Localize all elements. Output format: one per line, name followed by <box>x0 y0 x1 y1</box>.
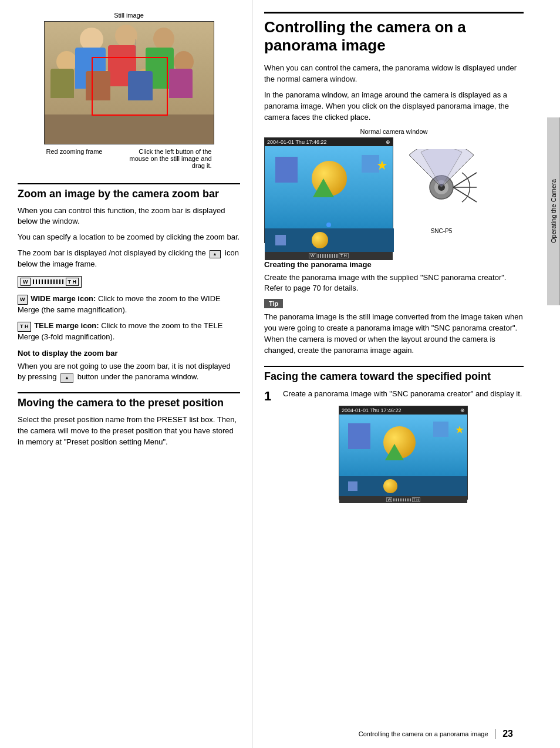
wide-label: W <box>21 278 31 286</box>
normal-camera-label: Normal camera window <box>264 128 524 135</box>
tick-11 <box>62 279 63 284</box>
step-1-row: 1 Create a panorama image with "SNC pano… <box>264 389 524 500</box>
camera-pano-stack: 2004-01-01 Thu 17:46:22 ⊕ <box>264 137 393 251</box>
step1-zoombar: W T H <box>339 496 467 503</box>
wide-desc-p: W WIDE marge icon: Click to move the zoo… <box>18 294 240 316</box>
zoom-section-heading: Zoom an image by the camera zoom bar <box>18 183 240 201</box>
tick-6 <box>48 279 49 284</box>
cam-yellow-star: ★ <box>376 158 388 173</box>
creating-section: Creating the panorama image Create the p… <box>264 260 524 356</box>
wide-icon: W <box>18 295 28 305</box>
zoom-bar-bottom: W T H <box>265 252 393 260</box>
zoom-ticks <box>33 279 63 284</box>
tele-label: T H <box>66 278 79 286</box>
preset-p1: Select the preset position name from the… <box>18 415 240 448</box>
step1-header: 2004-01-01 Thu 17:46:22 ⊕ <box>339 406 467 415</box>
cam-win-body: ★ <box>265 146 393 228</box>
s1-star: ★ <box>455 423 464 436</box>
children-scene <box>45 22 214 144</box>
zoom-toggle-btn[interactable]: ▲ <box>60 373 73 383</box>
facing-section: Facing the camera toward the specified p… <box>264 366 524 500</box>
cam-controls: ⊕ <box>386 139 390 145</box>
normal-camera-win: 2004-01-01 Thu 17:46:22 ⊕ <box>264 137 393 243</box>
zb-wide: W <box>309 253 316 258</box>
zoom-p3: The zoom bar is displayed /not displayed… <box>18 248 240 270</box>
s1-blue-sq2 <box>433 422 448 437</box>
pano-square <box>275 235 286 245</box>
camera-window-section: Normal camera window 2004-01-01 Thu 17:4… <box>264 128 524 251</box>
intro-p2: In the panorama window, an image around … <box>264 90 524 123</box>
cam-win-header: 2004-01-01 Thu 17:46:22 ⊕ <box>265 138 393 146</box>
footer-text: Controlling the camera on a panorama ima… <box>359 730 488 737</box>
footer-right: Controlling the camera on a panorama ima… <box>359 727 537 740</box>
panorama-sub <box>265 228 394 252</box>
creating-heading: Creating the panorama image <box>264 260 524 269</box>
not-display-text2: button under the panorama window. <box>77 372 199 381</box>
tick-7 <box>50 279 52 284</box>
preset-section-heading: Moving the camera to the preset position <box>18 392 240 410</box>
not-display-heading: Not to display the zoom bar <box>18 349 240 358</box>
tip-label: Tip <box>264 299 283 308</box>
tick-1 <box>33 279 34 284</box>
diagram-caption: Red zooming frame Click the left button … <box>44 148 214 169</box>
footer-divider: | <box>494 727 497 740</box>
still-image-section: Still image <box>18 12 240 169</box>
s1-blue-sq <box>348 423 370 449</box>
s1-pano-sq <box>348 481 357 491</box>
snc-diagram: SNC-P5 <box>400 149 483 234</box>
camera-windows-row: 2004-01-01 Thu 17:46:22 ⊕ <box>264 137 524 251</box>
main-title: Controlling the camera on a panorama ima… <box>264 12 524 55</box>
tele-desc-p: T H TELE marge icon: Click to move the z… <box>18 321 240 343</box>
zoom-bar-inner: W T H <box>309 253 349 258</box>
camera-diagram <box>44 21 214 144</box>
right-column: Controlling the camera on a panorama ima… <box>252 0 547 748</box>
step1-timestamp: 2004-01-01 Thu 17:46:22 <box>342 407 401 413</box>
tick-5 <box>45 279 46 284</box>
side-tab: Operating the Camera <box>547 117 560 305</box>
red-frame-label: Red zooming frame <box>46 148 103 169</box>
pano-ball <box>312 232 328 248</box>
cam-green-triangle <box>313 178 334 197</box>
zoom-title: Zoom an image by the camera zoom bar <box>18 188 240 201</box>
s1-triangle <box>385 444 404 460</box>
cam-indicator <box>326 223 331 227</box>
zoom-p3-text: The zoom bar is displayed /not displayed… <box>18 248 206 257</box>
tick-2 <box>36 279 37 284</box>
zoom-red-box <box>92 57 168 116</box>
s1-pano-ball <box>383 479 397 493</box>
side-tab-label: Operating the Camera <box>550 180 557 244</box>
snc-label: SNC-P5 <box>431 228 453 234</box>
step-1-content: Create a panorama image with "SNC panora… <box>283 389 524 500</box>
tele-icon: T H <box>18 322 31 332</box>
zoom-bar-widget: W T H <box>18 275 240 289</box>
tick-4 <box>42 279 43 284</box>
not-display-p: When you are not going to use the zoom b… <box>18 361 240 383</box>
page-footer: Controlling the camera on a panorama ima… <box>0 727 537 740</box>
intro-p1: When you can control the camera, the pan… <box>264 63 524 85</box>
step-1-number: 1 <box>264 389 276 404</box>
tick-3 <box>39 279 40 284</box>
cam-timestamp: 2004-01-01 Thu 17:46:22 <box>267 139 326 145</box>
zoom-p2: You can specify a location to be zoomed … <box>18 232 240 243</box>
tip-text: The panorama image is the still image co… <box>264 312 524 356</box>
click-caption: Click the left button of the mouse on th… <box>118 148 212 169</box>
facing-title: Facing the camera toward the specified p… <box>264 370 524 383</box>
zb-tele: T H <box>339 253 349 258</box>
step1-scene: ★ <box>339 415 467 476</box>
step-1-text: Create a panorama image with "SNC panora… <box>283 389 524 400</box>
creating-p1: Create the panorama image with the suppl… <box>264 272 524 295</box>
preset-title: Moving the camera to the preset position <box>18 397 240 410</box>
tick-10 <box>59 279 60 284</box>
snc-fan-svg <box>403 149 480 225</box>
page-number: 23 <box>502 729 513 739</box>
left-column: Still image <box>0 0 252 748</box>
zoom-p1: When you can control this function, the … <box>18 205 240 228</box>
tele-desc-bold: TELE marge icon: <box>34 321 99 330</box>
cam-blue-square <box>275 157 298 183</box>
tick-8 <box>53 279 55 284</box>
wide-desc-bold: WIDE marge icon: <box>31 294 96 303</box>
step1-camera-win: 2004-01-01 Thu 17:46:22 ⊕ ★ <box>339 406 468 500</box>
step1-pano-sub <box>339 476 467 496</box>
table-surface <box>45 114 214 144</box>
tick-9 <box>56 279 58 284</box>
